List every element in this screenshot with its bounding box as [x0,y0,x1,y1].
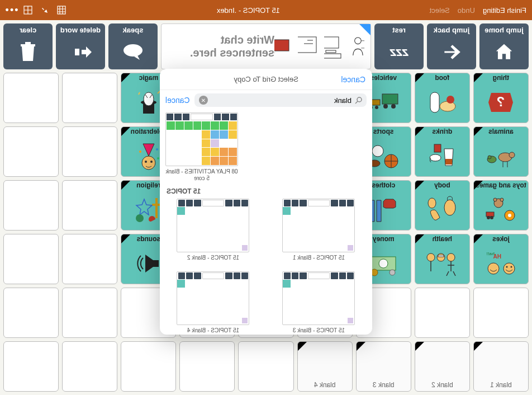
cell-empty[interactable] [3,73,59,123]
tablet-icon [274,34,292,59]
svg-point-14 [391,104,396,109]
svg-point-8 [124,44,142,57]
svg-rect-5 [324,54,341,58]
jokes-icon: HAha!! [474,243,528,284]
backspace-icon [68,34,93,69]
clear-search-icon[interactable]: ✕ [199,96,208,105]
cell-label: toys and games [474,181,528,189]
cell-blank-2[interactable]: blank 2 [415,341,470,392]
cell-empty[interactable] [415,288,470,338]
modal-header: Cancel Select Grid To Copy [160,69,372,90]
cell-empty[interactable] [121,341,176,392]
home-icon [493,34,515,69]
cell-food[interactable]: food [415,73,470,123]
more-icon[interactable]: ••• [6,4,17,16]
edit-corner-icon [359,24,370,35]
svg-point-63 [357,97,362,102]
topbar-left: Finish Editing Undo Select [430,6,526,15]
cell-empty[interactable] [473,288,529,338]
cell-blank-4[interactable]: blank 4 [297,341,353,392]
search-cancel-button[interactable]: Cancel [165,96,190,105]
grid2-icon[interactable] [22,4,34,16]
svg-point-52 [488,263,499,274]
cell-empty[interactable] [238,341,293,392]
thumb-caption: 15 TOPICS - Blank 3 [293,327,345,334]
result-topics-blank-1[interactable]: 15 TOPICS - Blank 1 [271,199,367,261]
arrow-left-icon [441,34,462,69]
svg-point-35 [156,148,158,151]
grid-icon[interactable] [56,4,67,16]
search-input[interactable] [211,96,352,105]
cell-empty[interactable] [179,341,235,392]
cell-empty[interactable] [62,288,117,338]
paint-icon[interactable] [39,4,50,16]
cell-animals[interactable]: animals [473,126,529,177]
cell-blank-1[interactable]: blank 1 [473,341,529,392]
speak-button[interactable]: speak [108,23,158,69]
thumb-caption: 08 PLAY ACTIVITIES - Blank5 core [165,168,238,182]
cell-label: food [434,73,450,82]
cell-jokes[interactable]: jokesHAha!! [473,234,529,284]
cell-empty[interactable] [3,234,59,284]
jump-home-button[interactable]: jump home [479,23,529,69]
svg-point-39 [508,214,511,217]
svg-rect-26 [445,159,452,164]
topbar: Finish Editing Undo Select 15 TOPICS - .… [0,0,532,20]
search-field[interactable]: ✕ [194,93,367,107]
result-topics-blank-2[interactable]: 15 TOPICS - Blank 2 [165,199,261,261]
topbar-right: ••• [6,4,67,16]
svg-point-2 [355,37,362,44]
cell-empty[interactable] [62,73,117,123]
cell-label: sports [372,127,395,135]
cell-empty[interactable] [62,234,117,284]
cell-empty[interactable] [62,341,117,392]
cell-empty[interactable] [3,341,59,392]
toolbar: jump home jump back rest zzz Write chat … [0,20,532,73]
cell-thing[interactable]: thing? [473,73,529,123]
cell-label: health [431,234,453,243]
svg-point-17 [375,106,378,109]
rest-button[interactable]: rest zzz [374,23,424,69]
cell-label: money [372,234,396,243]
cell-toys-and-games[interactable]: toys and games [473,180,529,231]
jump-back-button[interactable]: jump back [427,23,476,69]
cell-label: jokes [491,234,511,243]
select-link[interactable]: Select [430,6,450,15]
result-topics-blank-3[interactable]: 15 TOPICS - Blank 3 [271,271,367,334]
result-topics-blank-4[interactable]: 15 TOPICS - Blank 4 [165,271,261,334]
undo-link[interactable]: Undo [458,6,475,15]
question-icon: ? [474,82,528,123]
cell-empty[interactable] [62,126,117,177]
search-icon [355,97,362,104]
cell-label: animals [487,127,515,135]
cell-label: religion [135,181,162,189]
cell-label: vehicles [369,73,398,82]
svg-point-15 [383,104,388,109]
cell-label: body [433,181,452,189]
result-play-activities[interactable]: 08 PLAY ACTIVITIES - Blank5 core [165,112,238,182]
finish-editing-link[interactable]: Finish Editing [483,6,526,15]
person-icon [350,32,366,61]
svg-rect-3 [324,37,339,48]
cell-body[interactable]: body [415,180,470,231]
cell-health[interactable]: health [415,234,470,284]
cell-empty[interactable] [3,126,59,177]
cell-drinks[interactable]: drinks [415,126,470,177]
thumb-caption: 15 TOPICS - Blank 4 [187,327,239,334]
svg-point-44 [490,216,493,219]
cell-empty[interactable] [62,180,117,231]
delete-word-button[interactable]: delete word [56,23,105,69]
cell-blank-3[interactable]: blank 3 [356,341,411,392]
modal-search-row: ✕ Cancel [160,90,372,110]
svg-text:ha!!: ha!! [487,251,495,256]
modal-cancel-button[interactable]: Cancel [341,75,365,84]
svg-rect-0 [58,6,65,14]
chat-box[interactable]: Write chat sentences here. [161,23,371,69]
svg-rect-6 [298,37,316,53]
clear-button[interactable]: clear [3,23,53,69]
svg-rect-43 [486,212,494,217]
cell-empty[interactable] [3,180,59,231]
page-title: 15 TOPICS - .Index [67,6,430,15]
svg-point-48 [136,214,144,222]
cell-empty[interactable] [3,288,59,338]
